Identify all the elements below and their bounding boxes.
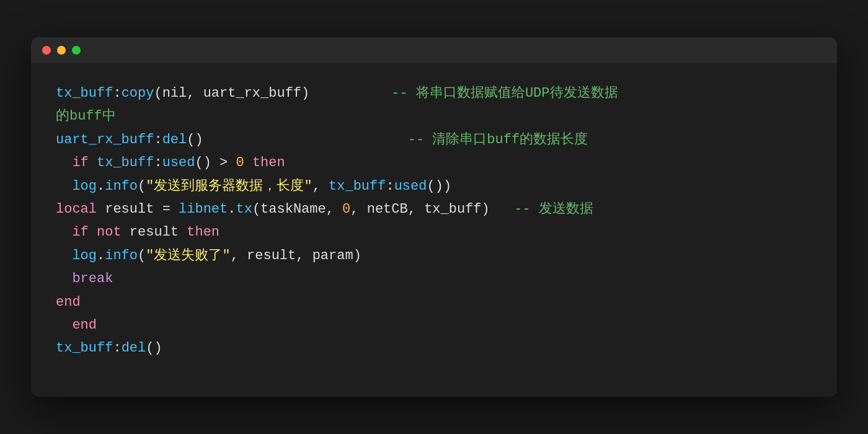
code-keyword: if [72,151,88,174]
code-keyword: end [56,291,81,314]
code-token [56,244,72,267]
code-token: : [386,175,394,198]
code-token: info [105,244,138,267]
code-token: (nil, uart_rx_buff) [154,82,391,105]
code-keyword: local [56,198,97,221]
code-editor: tx_buff:copy(nil, uart_rx_buff) -- 将串口数据… [31,63,837,385]
code-token: () [187,128,407,151]
maximize-button[interactable] [72,46,81,55]
code-line-4: if tx_buff:used() > 0 then [56,151,812,174]
code-line-9: break [56,267,812,290]
code-token: log [72,244,97,267]
code-token: : [113,82,121,105]
close-button[interactable] [42,46,51,55]
code-token: tx [236,198,252,221]
code-keyword: break [72,267,113,290]
code-token: ( [138,244,146,267]
code-token: tx_buff [56,337,113,360]
code-token: () > [195,151,236,174]
code-token [56,314,72,337]
code-keyword: then [187,221,219,244]
code-token: result [122,221,187,244]
code-token [56,221,72,244]
code-token: ()) [427,175,451,198]
code-line-5: log.info("发送到服务器数据，长度", tx_buff:used()) [56,175,812,198]
code-token [56,175,72,198]
code-token: libnet [179,198,228,221]
code-token: . [97,175,105,198]
code-comment: 的buff中 [56,105,116,128]
code-token: () [146,337,162,360]
minimize-button[interactable] [57,46,66,55]
code-line-6: local result = libnet.tx(taskName, 0, ne… [56,198,812,221]
code-token: . [228,198,236,221]
code-comment: -- 清除串口buff的数据长度 [408,128,588,151]
code-token: : [154,151,162,174]
code-line-12: tx_buff:del() [56,337,812,360]
code-token: , result, param) [231,244,361,267]
code-comment: -- 将串口数据赋值给UDP待发送数据 [391,82,618,105]
code-string: "发送到服务器数据，长度" [146,175,312,198]
code-token: ( [138,175,146,198]
code-comment: -- 发送数据 [514,198,593,221]
code-line-3: uart_rx_buff:del() -- 清除串口buff的数据长度 [56,128,812,151]
code-keyword: then [252,151,285,174]
code-token: used [162,151,195,174]
code-token [244,151,252,174]
code-token: del [162,128,187,151]
code-token [89,151,97,174]
code-line-8: log.info("发送失败了", result, param) [56,244,812,267]
code-token: log [72,175,97,198]
code-token: info [105,175,138,198]
code-token: : [154,128,162,151]
code-line-10: end [56,291,812,314]
code-string: "发送失败了" [146,244,230,267]
code-token: : [113,337,121,360]
code-token: (taskName, [252,198,342,221]
code-token [56,267,72,290]
code-window: tx_buff:copy(nil, uart_rx_buff) -- 将串口数据… [31,37,837,397]
code-token: result = [97,198,179,221]
code-keyword: end [72,314,97,337]
code-token: uart_rx_buff [56,128,154,151]
code-line-2: 的buff中 [56,105,812,128]
code-token: , netCB, tx_buff) [350,198,514,221]
code-token: tx_buff [329,175,386,198]
code-token: copy [122,82,154,105]
titlebar [31,37,837,63]
code-number: 0 [236,151,244,174]
code-line-11: end [56,314,812,337]
code-keyword: if not [72,221,121,244]
code-line-1: tx_buff:copy(nil, uart_rx_buff) -- 将串口数据… [56,82,812,105]
code-token [56,151,72,174]
code-number: 0 [342,198,350,221]
code-token: tx_buff [56,82,113,105]
code-token: tx_buff [97,151,154,174]
code-line-7: if not result then [56,221,812,244]
code-token: used [394,175,427,198]
code-token: . [97,244,105,267]
code-token: del [122,337,146,360]
code-token: , [312,175,329,198]
